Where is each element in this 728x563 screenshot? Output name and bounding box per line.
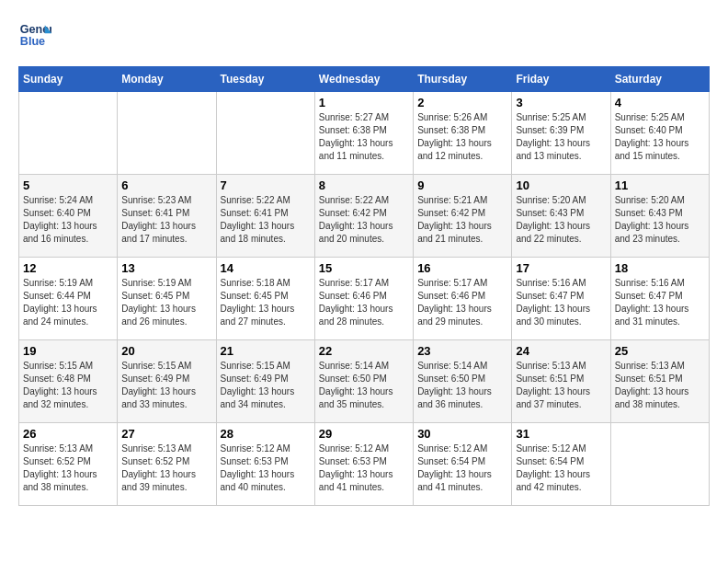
day-number: 25	[615, 344, 705, 358]
day-info: Sunrise: 5:13 AM Sunset: 6:52 PM Dayligh…	[121, 442, 211, 494]
day-info: Sunrise: 5:12 AM Sunset: 6:54 PM Dayligh…	[516, 442, 606, 494]
calendar-cell: 7Sunrise: 5:22 AM Sunset: 6:41 PM Daylig…	[216, 175, 314, 258]
calendar-cell: 23Sunrise: 5:14 AM Sunset: 6:50 PM Dayli…	[414, 340, 512, 423]
calendar-cell: 25Sunrise: 5:13 AM Sunset: 6:51 PM Dayli…	[610, 340, 709, 423]
day-number: 3	[516, 96, 606, 109]
calendar-cell: 28Sunrise: 5:12 AM Sunset: 6:53 PM Dayli…	[216, 423, 314, 506]
day-info: Sunrise: 5:18 AM Sunset: 6:45 PM Dayligh…	[221, 277, 311, 328]
calendar-cell: 20Sunrise: 5:15 AM Sunset: 6:49 PM Dayli…	[118, 340, 216, 423]
calendar-cell	[118, 92, 216, 175]
day-number: 2	[417, 96, 507, 109]
calendar-cell: 10Sunrise: 5:20 AM Sunset: 6:43 PM Dayli…	[512, 175, 610, 258]
weekday-header-sunday: Sunday	[19, 67, 118, 92]
day-number: 20	[121, 344, 211, 358]
calendar-cell: 6Sunrise: 5:23 AM Sunset: 6:41 PM Daylig…	[118, 175, 216, 258]
day-number: 15	[319, 261, 409, 275]
day-number: 5	[23, 178, 113, 192]
day-number: 1	[319, 96, 409, 109]
day-info: Sunrise: 5:19 AM Sunset: 6:44 PM Dayligh…	[23, 277, 113, 328]
day-number: 26	[23, 427, 113, 441]
day-number: 31	[516, 427, 606, 441]
day-info: Sunrise: 5:27 AM Sunset: 6:38 PM Dayligh…	[319, 111, 409, 163]
weekday-header-friday: Friday	[512, 67, 610, 92]
calendar-cell: 16Sunrise: 5:17 AM Sunset: 6:46 PM Dayli…	[414, 258, 512, 340]
calendar-cell: 22Sunrise: 5:14 AM Sunset: 6:50 PM Dayli…	[314, 340, 413, 423]
day-number: 9	[417, 178, 507, 192]
svg-text:Blue: Blue	[20, 35, 45, 48]
day-number: 14	[221, 261, 311, 275]
day-number: 22	[319, 344, 409, 358]
day-number: 6	[121, 178, 211, 192]
weekday-header-thursday: Thursday	[414, 67, 512, 92]
calendar-cell: 30Sunrise: 5:12 AM Sunset: 6:54 PM Dayli…	[414, 423, 512, 506]
calendar-cell: 9Sunrise: 5:21 AM Sunset: 6:42 PM Daylig…	[414, 175, 512, 258]
weekday-header-row: SundayMondayTuesdayWednesdayThursdayFrid…	[19, 67, 710, 92]
calendar-cell: 5Sunrise: 5:24 AM Sunset: 6:40 PM Daylig…	[19, 175, 118, 258]
calendar-cell: 27Sunrise: 5:13 AM Sunset: 6:52 PM Dayli…	[118, 423, 216, 506]
calendar-cell: 26Sunrise: 5:13 AM Sunset: 6:52 PM Dayli…	[19, 423, 118, 506]
day-number: 16	[417, 261, 507, 275]
calendar-cell: 4Sunrise: 5:25 AM Sunset: 6:40 PM Daylig…	[610, 92, 709, 175]
day-info: Sunrise: 5:22 AM Sunset: 6:42 PM Dayligh…	[319, 194, 409, 246]
day-info: Sunrise: 5:26 AM Sunset: 6:38 PM Dayligh…	[417, 111, 507, 163]
day-info: Sunrise: 5:15 AM Sunset: 6:49 PM Dayligh…	[221, 360, 311, 411]
week-row-5: 26Sunrise: 5:13 AM Sunset: 6:52 PM Dayli…	[19, 423, 710, 506]
weekday-header-wednesday: Wednesday	[314, 67, 413, 92]
logo: General Blue	[18, 18, 55, 52]
day-number: 11	[615, 178, 705, 192]
day-info: Sunrise: 5:14 AM Sunset: 6:50 PM Dayligh…	[319, 360, 409, 411]
day-info: Sunrise: 5:23 AM Sunset: 6:41 PM Dayligh…	[121, 194, 211, 246]
calendar-cell: 8Sunrise: 5:22 AM Sunset: 6:42 PM Daylig…	[314, 175, 413, 258]
weekday-header-tuesday: Tuesday	[216, 67, 314, 92]
day-info: Sunrise: 5:25 AM Sunset: 6:39 PM Dayligh…	[516, 111, 606, 163]
day-info: Sunrise: 5:20 AM Sunset: 6:43 PM Dayligh…	[615, 194, 705, 246]
calendar-cell: 17Sunrise: 5:16 AM Sunset: 6:47 PM Dayli…	[512, 258, 610, 340]
day-info: Sunrise: 5:12 AM Sunset: 6:53 PM Dayligh…	[319, 442, 409, 494]
day-number: 12	[23, 261, 113, 275]
calendar-cell: 2Sunrise: 5:26 AM Sunset: 6:38 PM Daylig…	[414, 92, 512, 175]
calendar-cell: 29Sunrise: 5:12 AM Sunset: 6:53 PM Dayli…	[314, 423, 413, 506]
day-number: 23	[417, 344, 507, 358]
weekday-header-saturday: Saturday	[610, 67, 709, 92]
calendar-cell: 12Sunrise: 5:19 AM Sunset: 6:44 PM Dayli…	[19, 258, 118, 340]
day-number: 7	[221, 178, 311, 192]
logo-icon: General Blue	[18, 18, 51, 52]
day-info: Sunrise: 5:22 AM Sunset: 6:41 PM Dayligh…	[221, 194, 311, 246]
calendar-cell: 18Sunrise: 5:16 AM Sunset: 6:47 PM Dayli…	[610, 258, 709, 340]
day-number: 28	[221, 427, 311, 441]
day-info: Sunrise: 5:13 AM Sunset: 6:51 PM Dayligh…	[516, 360, 606, 411]
day-number: 19	[23, 344, 113, 358]
calendar-cell: 13Sunrise: 5:19 AM Sunset: 6:45 PM Dayli…	[118, 258, 216, 340]
calendar-cell	[216, 92, 314, 175]
day-info: Sunrise: 5:12 AM Sunset: 6:53 PM Dayligh…	[221, 442, 311, 494]
day-info: Sunrise: 5:13 AM Sunset: 6:52 PM Dayligh…	[23, 442, 113, 494]
calendar-cell: 21Sunrise: 5:15 AM Sunset: 6:49 PM Dayli…	[216, 340, 314, 423]
day-info: Sunrise: 5:16 AM Sunset: 6:47 PM Dayligh…	[615, 277, 705, 328]
calendar-cell: 14Sunrise: 5:18 AM Sunset: 6:45 PM Dayli…	[216, 258, 314, 340]
day-info: Sunrise: 5:14 AM Sunset: 6:50 PM Dayligh…	[417, 360, 507, 411]
day-number: 17	[516, 261, 606, 275]
day-info: Sunrise: 5:13 AM Sunset: 6:51 PM Dayligh…	[615, 360, 705, 411]
page-header: General Blue	[18, 18, 710, 52]
calendar-cell	[19, 92, 118, 175]
calendar-cell: 31Sunrise: 5:12 AM Sunset: 6:54 PM Dayli…	[512, 423, 610, 506]
week-row-2: 5Sunrise: 5:24 AM Sunset: 6:40 PM Daylig…	[19, 175, 710, 258]
day-number: 27	[121, 427, 211, 441]
week-row-4: 19Sunrise: 5:15 AM Sunset: 6:48 PM Dayli…	[19, 340, 710, 423]
day-info: Sunrise: 5:17 AM Sunset: 6:46 PM Dayligh…	[319, 277, 409, 328]
calendar-cell: 1Sunrise: 5:27 AM Sunset: 6:38 PM Daylig…	[314, 92, 413, 175]
weekday-header-monday: Monday	[118, 67, 216, 92]
calendar-cell: 3Sunrise: 5:25 AM Sunset: 6:39 PM Daylig…	[512, 92, 610, 175]
calendar-table: SundayMondayTuesdayWednesdayThursdayFrid…	[18, 66, 710, 506]
calendar-cell	[610, 423, 709, 506]
calendar-cell: 15Sunrise: 5:17 AM Sunset: 6:46 PM Dayli…	[314, 258, 413, 340]
day-info: Sunrise: 5:15 AM Sunset: 6:49 PM Dayligh…	[121, 360, 211, 411]
day-number: 4	[615, 96, 705, 109]
day-number: 13	[121, 261, 211, 275]
day-info: Sunrise: 5:15 AM Sunset: 6:48 PM Dayligh…	[23, 360, 113, 411]
day-number: 29	[319, 427, 409, 441]
week-row-1: 1Sunrise: 5:27 AM Sunset: 6:38 PM Daylig…	[19, 92, 710, 175]
day-info: Sunrise: 5:25 AM Sunset: 6:40 PM Dayligh…	[615, 111, 705, 163]
day-number: 8	[319, 178, 409, 192]
calendar-cell: 19Sunrise: 5:15 AM Sunset: 6:48 PM Dayli…	[19, 340, 118, 423]
